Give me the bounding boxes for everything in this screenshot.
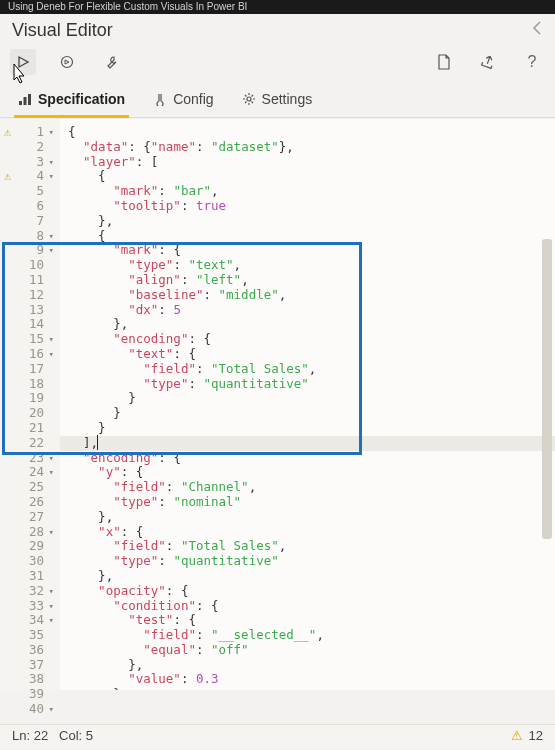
code-line[interactable]: }	[60, 687, 555, 690]
code-line[interactable]: },	[60, 569, 555, 584]
code-line[interactable]: },	[60, 510, 555, 525]
gutter-line: 35	[0, 628, 60, 643]
code-line[interactable]: ],	[60, 436, 555, 451]
code-line[interactable]: "type": "text",	[60, 258, 555, 273]
code-line[interactable]: "value": 0.3	[60, 672, 555, 687]
code-line[interactable]: {	[60, 229, 555, 244]
toolbar: ?	[0, 43, 555, 81]
code-line[interactable]: "field": "Total Sales",	[60, 362, 555, 377]
gutter-line: 20	[0, 406, 60, 421]
gutter-line: 23▾	[0, 451, 60, 466]
gutter-line: 15▾	[0, 332, 60, 347]
code-line[interactable]: {	[60, 169, 555, 184]
gutter-line: 7	[0, 214, 60, 229]
wrench-button[interactable]	[98, 49, 124, 75]
code-line[interactable]: "align": "left",	[60, 273, 555, 288]
tab-bar: Specification Config Settings	[0, 81, 555, 118]
warning-count: 12	[529, 728, 543, 743]
gutter-line: 11	[0, 273, 60, 288]
code-line[interactable]: }	[60, 406, 555, 421]
code-line[interactable]: "mark": "bar",	[60, 184, 555, 199]
tab-settings[interactable]: Settings	[238, 85, 317, 117]
gutter-line: 33▾	[0, 599, 60, 614]
gutter-line: 22	[0, 436, 60, 451]
svg-rect-3	[28, 94, 31, 105]
code-line[interactable]: "text": {	[60, 347, 555, 362]
gutter-line: 40▾	[0, 702, 60, 717]
tab-label: Config	[173, 91, 213, 107]
code-line[interactable]: "condition": {	[60, 599, 555, 614]
gutter-line: 39	[0, 687, 60, 702]
document-button[interactable]	[431, 49, 457, 75]
tab-label: Specification	[38, 91, 125, 107]
collapse-chevron-icon[interactable]	[531, 20, 543, 41]
code-line[interactable]: "field": "Channel",	[60, 480, 555, 495]
gutter-line: 34▾	[0, 613, 60, 628]
gutter-line: 36	[0, 643, 60, 658]
gutter-line: 6	[0, 199, 60, 214]
gutter-line: 32▾	[0, 584, 60, 599]
gutter-line: 26	[0, 495, 60, 510]
code-line[interactable]: "test": {	[60, 613, 555, 628]
gutter-line: 19	[0, 391, 60, 406]
tab-specification[interactable]: Specification	[14, 85, 129, 117]
code-line[interactable]: "encoding": {	[60, 332, 555, 347]
play-button[interactable]	[10, 49, 36, 75]
share-button[interactable]	[475, 49, 501, 75]
code-content[interactable]: { "data": {"name": "dataset"}, "layer": …	[60, 119, 555, 690]
gutter-line: 17	[0, 362, 60, 377]
gutter-line: 25	[0, 480, 60, 495]
code-line[interactable]: "equal": "off"	[60, 643, 555, 658]
gutter-line: 21	[0, 421, 60, 436]
refresh-button[interactable]	[54, 49, 80, 75]
gutter-line: 28▾	[0, 525, 60, 540]
code-line[interactable]: "opacity": {	[60, 584, 555, 599]
gutter-line: 8▾	[0, 229, 60, 244]
code-line[interactable]: }	[60, 391, 555, 406]
status-bar: Ln: 22 Col: 5 ⚠ 12	[0, 724, 555, 746]
code-line[interactable]: "data": {"name": "dataset"},	[60, 140, 555, 155]
code-line[interactable]: "layer": [	[60, 155, 555, 170]
code-line[interactable]: "x": {	[60, 525, 555, 540]
cursor-position: Ln: 22 Col: 5	[12, 728, 93, 743]
code-line[interactable]: "dx": 5	[60, 303, 555, 318]
code-line[interactable]: "field": "Total Sales",	[60, 539, 555, 554]
video-title-bar: Using Deneb For Flexible Custom Visuals …	[0, 0, 555, 14]
code-line[interactable]: "baseline": "middle",	[60, 288, 555, 303]
code-line[interactable]: "field": "__selected__",	[60, 628, 555, 643]
code-line[interactable]: },	[60, 214, 555, 229]
scrollbar[interactable]: ▲	[541, 239, 553, 660]
status-warnings[interactable]: ⚠ 12	[511, 728, 543, 743]
code-line[interactable]: "type": "quantitative"	[60, 554, 555, 569]
gutter-line: 9▾	[0, 243, 60, 258]
gutter-line: ⚠4▾	[0, 169, 60, 184]
code-line[interactable]: }	[60, 421, 555, 436]
code-line[interactable]: },	[60, 658, 555, 673]
warning-icon: ⚠	[4, 169, 11, 184]
code-line[interactable]: {	[60, 125, 555, 140]
code-line[interactable]: "y": {	[60, 465, 555, 480]
video-title: Using Deneb For Flexible Custom Visuals …	[8, 1, 247, 12]
gutter-line: 3▾	[0, 155, 60, 170]
code-line[interactable]: },	[60, 317, 555, 332]
code-editor[interactable]: ⚠1▾23▾⚠4▾5678▾9▾101112131415▾16▾17181920…	[0, 118, 555, 690]
code-line[interactable]: "mark": {	[60, 243, 555, 258]
scroll-thumb[interactable]	[542, 239, 552, 539]
gutter-line: 13	[0, 303, 60, 318]
svg-rect-1	[19, 101, 22, 105]
code-line[interactable]: "tooltip": true	[60, 199, 555, 214]
code-line[interactable]: "encoding": {	[60, 451, 555, 466]
gutter-line: 10	[0, 258, 60, 273]
tab-config[interactable]: Config	[149, 85, 217, 117]
gutter-line: 18	[0, 377, 60, 392]
help-button[interactable]: ?	[519, 49, 545, 75]
code-line[interactable]: "type": "nominal"	[60, 495, 555, 510]
gutter-line: 38	[0, 672, 60, 687]
warning-icon: ⚠	[4, 125, 11, 140]
svg-point-4	[247, 97, 251, 101]
svg-rect-2	[24, 97, 27, 105]
gutter-line: 14	[0, 317, 60, 332]
tab-label: Settings	[262, 91, 313, 107]
gutter-line: 37	[0, 658, 60, 673]
code-line[interactable]: "type": "quantitative"	[60, 377, 555, 392]
